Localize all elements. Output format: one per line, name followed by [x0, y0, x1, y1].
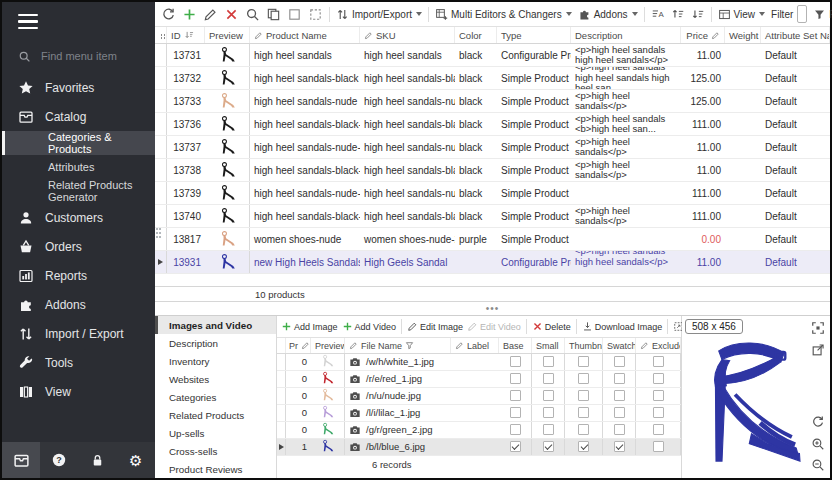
- thumbnail-checkbox[interactable]: [578, 390, 589, 401]
- product-row-13738[interactable]: 13738high heel sandals-black-37high heel…: [155, 159, 830, 182]
- edit-image-button[interactable]: Edit Image: [405, 319, 465, 334]
- thumbnail-checkbox[interactable]: [578, 407, 589, 418]
- image-row-g-r-green-2-jpg[interactable]: 0/g/r/green_2.jpg: [277, 422, 681, 439]
- filter-funnel-icon[interactable]: [405, 341, 414, 350]
- zoom-in-icon[interactable]: [811, 437, 826, 452]
- image-row-w-h-white-1-jpg[interactable]: 0/w/h/white_1.jpg: [277, 354, 681, 371]
- column-header-color[interactable]: Color: [455, 27, 497, 43]
- tab-websites[interactable]: Websites: [155, 370, 276, 388]
- small-checkbox[interactable]: [543, 356, 554, 367]
- collapse-rows-icon[interactable]: [688, 5, 708, 23]
- open-external-icon[interactable]: [811, 343, 826, 358]
- thumbnail-checkbox[interactable]: [578, 441, 589, 452]
- sidebar-item-attributes[interactable]: Attributes: [2, 155, 155, 179]
- column-header-type[interactable]: Type: [497, 27, 571, 43]
- import-export-dropdown[interactable]: Import/Export: [333, 6, 425, 23]
- sort-icon[interactable]: [184, 30, 194, 40]
- swatch-checkbox[interactable]: [614, 356, 625, 367]
- tab-images-and-video[interactable]: Images and Video: [155, 316, 276, 334]
- settings-icon[interactable]: ⚙: [117, 442, 155, 478]
- expand-rows-icon[interactable]: [668, 5, 688, 23]
- fit-screen-icon[interactable]: [811, 321, 826, 336]
- sidebar-item-orders[interactable]: Orders: [2, 232, 155, 261]
- sidebar-item-related-products-generator[interactable]: Related Products Generator: [2, 179, 155, 203]
- swatch-checkbox[interactable]: [614, 424, 625, 435]
- tab-product-reviews[interactable]: Product Reviews: [155, 460, 276, 478]
- thumbnail-checkbox[interactable]: [578, 356, 589, 367]
- horizontal-splitter[interactable]: •••: [155, 302, 830, 315]
- exclude-checkbox[interactable]: [653, 441, 664, 452]
- delete-image-button[interactable]: Delete: [530, 319, 573, 334]
- exclude-checkbox[interactable]: [653, 373, 664, 384]
- toolbar-view-dropdown[interactable]: View: [715, 6, 769, 23]
- sidebar-search-input[interactable]: [39, 49, 139, 63]
- column-header-weight[interactable]: Weight: [725, 27, 761, 43]
- multi-editors-dropdown[interactable]: Multi Editors & Changers: [432, 6, 575, 23]
- product-row-13733[interactable]: 13733high heel sandals-nudehigh heel san…: [155, 90, 830, 113]
- column-header-small[interactable]: Small: [532, 338, 565, 353]
- swatch-checkbox[interactable]: [614, 373, 625, 384]
- base-checkbox[interactable]: [510, 441, 521, 452]
- lock-icon[interactable]: [78, 442, 116, 478]
- tab-cross-sells[interactable]: Cross-sells: [155, 442, 276, 460]
- sidebar-splitter-handle[interactable]: [156, 228, 161, 242]
- exclude-checkbox[interactable]: [653, 356, 664, 367]
- product-row-13817[interactable]: 13817women shoes-nudewomen shoes-nude-2p…: [155, 228, 830, 251]
- tab-related-products[interactable]: Related Products: [155, 406, 276, 424]
- edit-video-button[interactable]: Edit Video: [465, 319, 523, 334]
- column-header-product-name[interactable]: Product Name: [250, 27, 360, 43]
- store-icon[interactable]: [2, 442, 40, 478]
- image-size-field[interactable]: 508 x 456: [685, 319, 743, 334]
- checkbox-mode-icon[interactable]: [284, 5, 305, 24]
- search-button[interactable]: [242, 5, 263, 24]
- sidebar-item-customers[interactable]: Customers: [2, 203, 155, 232]
- product-row-13732[interactable]: 13732high heel sandals-blackhigh heel sa…: [155, 67, 830, 90]
- column-header-id[interactable]: ID: [167, 27, 205, 43]
- thumbnail-checkbox[interactable]: [578, 424, 589, 435]
- zoom-out-icon[interactable]: [811, 458, 826, 473]
- small-checkbox[interactable]: [543, 407, 554, 418]
- column-header-exclude[interactable]: Exclude: [636, 338, 681, 353]
- column-header-file-name[interactable]: File Name: [345, 338, 451, 353]
- sidebar-item-import-export[interactable]: Import / Export: [2, 319, 155, 348]
- small-checkbox[interactable]: [543, 441, 554, 452]
- add-video-button[interactable]: Add Video: [340, 319, 398, 334]
- column-header-preview[interactable]: Preview: [311, 338, 345, 353]
- base-checkbox[interactable]: [510, 390, 521, 401]
- hamburger-menu-icon[interactable]: [2, 2, 155, 41]
- delete-product-button[interactable]: [221, 5, 242, 24]
- sidebar-item-addons[interactable]: Addons: [2, 290, 155, 319]
- swatch-checkbox[interactable]: [614, 407, 625, 418]
- help-icon[interactable]: ?: [40, 442, 78, 478]
- small-checkbox[interactable]: [543, 373, 554, 384]
- product-row-13740[interactable]: 13740high heel sandals-black-38high heel…: [155, 205, 830, 228]
- download-image-button[interactable]: Download Image: [580, 319, 665, 334]
- filters-dropdown[interactable]: Filters: [810, 6, 832, 23]
- tab-up-sells[interactable]: Up-sells: [155, 424, 276, 442]
- add-product-button[interactable]: [179, 5, 200, 24]
- swatch-checkbox[interactable]: [614, 441, 625, 452]
- column-header-base[interactable]: Base: [499, 338, 532, 353]
- select-region-icon[interactable]: [305, 5, 326, 24]
- font-size-icon[interactable]: A: [648, 5, 668, 23]
- column-header-swatch[interactable]: Swatch: [603, 338, 636, 353]
- image-row-l-i-lilac-1-jpg[interactable]: 0/l/i/lilac_1.jpg: [277, 405, 681, 422]
- base-checkbox[interactable]: [510, 373, 521, 384]
- column-header-preview[interactable]: Preview: [205, 27, 250, 43]
- tab-inventory[interactable]: Inventory: [155, 352, 276, 370]
- refresh-button[interactable]: [158, 5, 179, 24]
- column-header-sku[interactable]: SKU: [360, 27, 455, 43]
- image-row-n-u-nude-jpg[interactable]: 0/n/u/nude.jpg: [277, 388, 681, 405]
- column-header-thumbna[interactable]: Thumbna: [565, 338, 603, 353]
- copy-button[interactable]: [263, 5, 284, 24]
- sidebar-item-categories-products[interactable]: Categories & Products: [2, 131, 155, 155]
- image-row-r-e-red-1-jpg[interactable]: 0/r/e/red_1.jpg: [277, 371, 681, 388]
- product-row-13737[interactable]: 13737high heel sandals-nude-36high heel …: [155, 136, 830, 159]
- sidebar-item-reports[interactable]: Reports: [2, 261, 155, 290]
- addons-dropdown[interactable]: Addons: [575, 6, 641, 23]
- base-checkbox[interactable]: [510, 356, 521, 367]
- tab-description[interactable]: Description: [155, 334, 276, 352]
- edit-product-button[interactable]: [200, 5, 221, 24]
- product-row-13736[interactable]: 13736high heel sandals-black-36high heel…: [155, 113, 830, 136]
- column-header-pr[interactable]: Pr: [285, 338, 311, 353]
